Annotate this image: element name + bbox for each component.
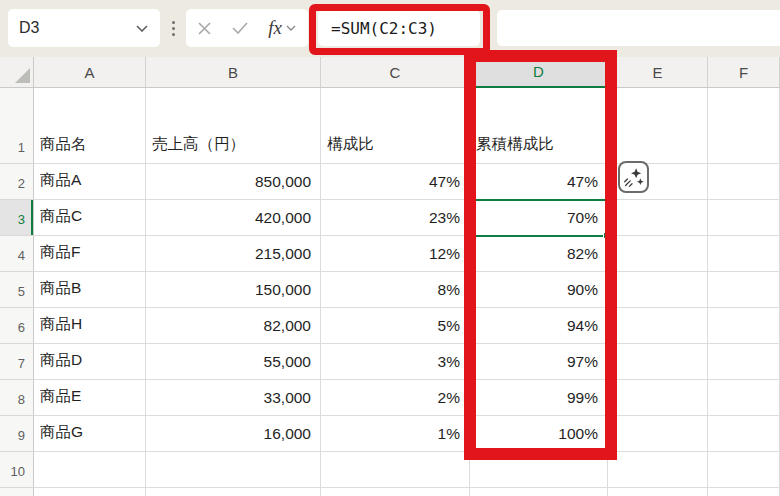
cell-f1[interactable] xyxy=(708,88,780,164)
cell-b8[interactable]: 33,000 xyxy=(146,380,321,416)
cell-a7[interactable]: 商品D xyxy=(34,344,146,380)
formula-input[interactable]: =SUM(C2:C3) xyxy=(318,10,480,46)
cell-f10[interactable] xyxy=(708,452,780,488)
name-box-value: D3 xyxy=(19,19,136,37)
cell-f6[interactable] xyxy=(708,308,780,344)
cell-d7[interactable]: 97% xyxy=(470,344,608,380)
cell-a1[interactable]: 商品名 xyxy=(34,88,146,164)
cell-c8[interactable]: 2% xyxy=(321,380,470,416)
column-header-b[interactable]: B xyxy=(146,57,321,88)
enter-check-icon[interactable] xyxy=(232,22,248,34)
cell-c6[interactable]: 5% xyxy=(321,308,470,344)
chevron-down-icon[interactable] xyxy=(136,25,148,32)
column-header-d-selected[interactable]: D xyxy=(470,57,608,88)
cell-b9[interactable]: 16,000 xyxy=(146,416,321,452)
cell-c1[interactable]: 構成比 xyxy=(321,88,470,164)
cell-b6[interactable]: 82,000 xyxy=(146,308,321,344)
flash-fill-options-button[interactable] xyxy=(618,161,649,193)
toolbar-separator-dots-icon xyxy=(165,9,181,47)
column-header-row: A B C D E F xyxy=(0,57,780,88)
cell-d4[interactable]: 82% xyxy=(470,236,608,272)
cell-e4[interactable] xyxy=(608,236,708,272)
cell-a6[interactable]: 商品H xyxy=(34,308,146,344)
cell-d1[interactable]: 累積構成比 xyxy=(470,88,608,164)
row-header-11-clipped[interactable] xyxy=(0,488,34,496)
cell-d5[interactable]: 90% xyxy=(470,272,608,308)
cancel-icon[interactable] xyxy=(198,22,211,35)
cell-a3[interactable]: 商品C xyxy=(34,200,146,236)
formula-bar-extension[interactable] xyxy=(497,10,780,46)
column-header-f[interactable]: F xyxy=(708,57,780,88)
cell-f8[interactable] xyxy=(708,380,780,416)
cell-a2[interactable]: 商品A xyxy=(34,164,146,200)
cell-c5[interactable]: 8% xyxy=(321,272,470,308)
cell-b10[interactable] xyxy=(146,452,321,488)
cell-b11[interactable] xyxy=(146,488,321,496)
cell-d8[interactable]: 99% xyxy=(470,380,608,416)
formula-toolbar: D3 fx =SUM(C2:C3) xyxy=(0,0,780,57)
fx-icon: fx xyxy=(268,17,282,39)
cell-e7[interactable] xyxy=(608,344,708,380)
column-header-c[interactable]: C xyxy=(321,57,470,88)
select-all-corner[interactable] xyxy=(0,57,34,88)
cell-e1[interactable] xyxy=(608,88,708,164)
cell-a11[interactable] xyxy=(34,488,146,496)
cell-c9[interactable]: 1% xyxy=(321,416,470,452)
row-header-3-selected[interactable]: 3 xyxy=(0,200,34,236)
chevron-down-icon[interactable] xyxy=(286,25,296,31)
cell-a10[interactable] xyxy=(34,452,146,488)
formula-buttons-group: fx xyxy=(186,9,308,47)
cell-b5[interactable]: 150,000 xyxy=(146,272,321,308)
cell-e8[interactable] xyxy=(608,380,708,416)
row-header-8[interactable]: 8 xyxy=(0,380,34,416)
cell-a5[interactable]: 商品B xyxy=(34,272,146,308)
row-header-9[interactable]: 9 xyxy=(0,416,34,452)
cell-f11[interactable] xyxy=(708,488,780,496)
cell-e5[interactable] xyxy=(608,272,708,308)
cell-c3[interactable]: 23% xyxy=(321,200,470,236)
row-header-7[interactable]: 7 xyxy=(0,344,34,380)
cell-f2[interactable] xyxy=(708,164,780,200)
select-all-triangle-icon xyxy=(15,68,30,83)
cell-b1[interactable]: 売上高（円） xyxy=(146,88,321,164)
cell-b3[interactable]: 420,000 xyxy=(146,200,321,236)
insert-function-button[interactable]: fx xyxy=(268,17,296,39)
cell-f7[interactable] xyxy=(708,344,780,380)
row-header-2[interactable]: 2 xyxy=(0,164,34,200)
row-header-10[interactable]: 10 xyxy=(0,452,34,488)
cell-d10[interactable] xyxy=(470,452,608,488)
cell-c10[interactable] xyxy=(321,452,470,488)
cell-a4[interactable]: 商品F xyxy=(34,236,146,272)
row-header-5[interactable]: 5 xyxy=(0,272,34,308)
cell-e6[interactable] xyxy=(608,308,708,344)
cell-a8[interactable]: 商品E xyxy=(34,380,146,416)
cell-e3[interactable] xyxy=(608,200,708,236)
name-box[interactable]: D3 xyxy=(8,9,160,47)
cell-e11[interactable] xyxy=(608,488,708,496)
cell-c4[interactable]: 12% xyxy=(321,236,470,272)
row-header-4[interactable]: 4 xyxy=(0,236,34,272)
cell-d6[interactable]: 94% xyxy=(470,308,608,344)
cell-e10[interactable] xyxy=(608,452,708,488)
cell-c2[interactable]: 47% xyxy=(321,164,470,200)
cell-d9[interactable]: 100% xyxy=(470,416,608,452)
cell-d2[interactable]: 47% xyxy=(470,164,608,200)
cell-c7[interactable]: 3% xyxy=(321,344,470,380)
cell-f5[interactable] xyxy=(708,272,780,308)
row-header-6[interactable]: 6 xyxy=(0,308,34,344)
cell-b2[interactable]: 850,000 xyxy=(146,164,321,200)
cell-c11[interactable] xyxy=(321,488,470,496)
cell-b7[interactable]: 55,000 xyxy=(146,344,321,380)
excel-window: D3 fx =SUM(C2:C3) A B C D E F 1 商品名 売上高（… xyxy=(0,0,780,496)
cell-f3[interactable] xyxy=(708,200,780,236)
cell-a9[interactable]: 商品G xyxy=(34,416,146,452)
column-header-a[interactable]: A xyxy=(34,57,146,88)
cell-f9[interactable] xyxy=(708,416,780,452)
cell-b4[interactable]: 215,000 xyxy=(146,236,321,272)
row-header-1[interactable]: 1 xyxy=(0,88,34,164)
cell-f4[interactable] xyxy=(708,236,780,272)
cell-e9[interactable] xyxy=(608,416,708,452)
cell-d11[interactable] xyxy=(470,488,608,496)
column-header-e[interactable]: E xyxy=(608,57,708,88)
cell-d3-active[interactable]: 70% xyxy=(470,200,608,236)
